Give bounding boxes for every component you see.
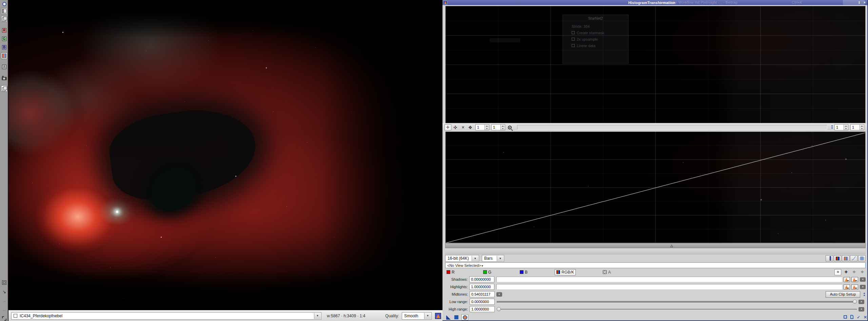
graph-style-combobox[interactable]: Bars — [482, 255, 504, 262]
spin-up-icon[interactable]: ▲ — [860, 125, 864, 127]
chevron-down-icon[interactable] — [472, 256, 478, 261]
track-view-icon[interactable] — [844, 315, 847, 320]
alpha-channel-icon[interactable]: A — [1, 64, 7, 70]
rgb-channel-icon[interactable] — [1, 52, 7, 59]
outline-cross-mode-icon[interactable] — [851, 269, 857, 275]
highlights-clip-percent-icon[interactable] — [851, 284, 858, 290]
target-view-combobox[interactable]: <No View Selected> — [445, 262, 866, 268]
curve-display-icon[interactable] — [850, 255, 857, 261]
magnifier-icon[interactable] — [506, 124, 513, 130]
double-chevron-up-icon[interactable]: ▲▲ — [863, 292, 866, 296]
spin-down-icon[interactable]: ▼ — [501, 127, 505, 130]
right-vertical-zoom-input[interactable] — [851, 125, 860, 130]
quality-combobox[interactable]: Smooth — [402, 312, 432, 320]
high-range-input[interactable] — [470, 306, 495, 312]
rgb-histogram-icon[interactable] — [834, 255, 841, 261]
show-output-histogram-icon[interactable] — [826, 255, 833, 261]
input-histogram-plot[interactable]: StarNet2 Stride: 384 Create starmask 2x … — [445, 6, 866, 123]
windows-stack-icon[interactable] — [1, 85, 7, 92]
shrink-arrows-icon[interactable] — [459, 124, 466, 130]
resolution-combobox[interactable]: 16-bit (64K) — [445, 255, 479, 262]
view-selector-combobox[interactable]: IC434_Pferdekopfnebel — [11, 312, 321, 320]
spin-up-icon[interactable]: ▲ — [844, 125, 848, 127]
highlights-clip-slider[interactable] — [496, 284, 842, 290]
shadows-input[interactable] — [469, 276, 494, 282]
outline-cross-alt-mode-icon[interactable] — [859, 269, 866, 275]
execute-icon[interactable]: ✓ — [857, 315, 860, 320]
expand-arrows-icon[interactable] — [452, 124, 459, 130]
entire-image-mode-icon[interactable] — [834, 269, 841, 275]
new-instance-icon[interactable] — [445, 315, 451, 320]
high-range-slider[interactable] — [497, 306, 857, 312]
highlights-reset-icon[interactable]: × — [860, 285, 866, 289]
double-chevron-down-icon[interactable]: ▼▼ — [831, 125, 833, 129]
shadows-reset-icon[interactable]: × — [860, 277, 866, 282]
spin-up-icon[interactable]: ▲ — [501, 125, 505, 127]
screenshot-camera-icon[interactable] — [1, 75, 7, 82]
midtones-slider-handle[interactable]: △ — [670, 244, 673, 248]
high-range-reset-icon[interactable]: × — [859, 307, 864, 312]
histogram-thumbnail-icon[interactable] — [435, 313, 441, 319]
forward-arrow-icon[interactable]: → — [1, 298, 7, 304]
spin-down-icon[interactable]: ▼ — [860, 127, 864, 130]
diagonal-arrow-icon[interactable]: ↘ — [1, 288, 7, 295]
right-horizontal-zoom-input[interactable] — [835, 125, 844, 130]
low-range-slider[interactable] — [497, 299, 857, 305]
shadows-clip-slider[interactable] — [496, 277, 842, 282]
reset-icon[interactable]: ✕ — [864, 315, 867, 320]
blue-channel-icon[interactable]: B — [1, 44, 7, 50]
channel-a-button[interactable]: A — [601, 269, 612, 275]
transfer-function-plot[interactable] — [445, 131, 866, 243]
spin-down-icon[interactable]: ▼ — [485, 127, 489, 130]
green-channel-icon[interactable]: G — [1, 36, 7, 42]
chevron-down-icon[interactable] — [314, 313, 321, 319]
high-range-handle[interactable] — [497, 307, 501, 311]
zoom-box-icon[interactable] — [1, 279, 7, 286]
low-range-handle[interactable] — [853, 300, 857, 304]
channel-r-button[interactable]: R — [445, 269, 456, 275]
shadows-clip-count-icon[interactable] — [844, 277, 850, 282]
spin-up-icon[interactable]: ▲ — [485, 125, 489, 127]
highlights-input[interactable] — [469, 284, 494, 290]
back-arrow-icon[interactable]: ← — [1, 307, 7, 313]
auto-clip-setup-button[interactable]: Auto Clip Setup — [826, 291, 860, 298]
chevron-down-icon[interactable] — [497, 256, 504, 261]
compass-icon[interactable] — [1, 1, 7, 7]
vertical-zoom-spinner[interactable]: ▲▼ — [491, 124, 505, 130]
channel-g-button[interactable]: G — [482, 269, 493, 275]
move-diamond-icon[interactable] — [467, 124, 474, 130]
apply-icon[interactable] — [453, 315, 459, 320]
image-canvas[interactable] — [8, 0, 442, 310]
right-vertical-zoom-spinner[interactable]: ▲▼ — [850, 124, 864, 130]
duplicate-window-icon[interactable] — [1, 16, 7, 22]
grid-toggle-icon[interactable] — [858, 255, 866, 261]
pan-mode-icon[interactable] — [445, 124, 451, 130]
right-horizontal-zoom-spinner[interactable]: ▲▼ — [834, 124, 848, 130]
channel-b-button[interactable]: B — [518, 269, 529, 275]
mask-icon[interactable] — [1, 8, 7, 14]
chevron-down-icon[interactable] — [424, 313, 431, 319]
channel-rgbk-button[interactable]: RGB/K — [555, 269, 576, 275]
horizontal-zoom-input[interactable] — [476, 125, 485, 130]
process-buttons-row: ✓ ✕ — [445, 314, 867, 321]
fullscreen-icon[interactable] — [1, 315, 7, 321]
spin-down-icon[interactable]: ▼ — [844, 127, 848, 130]
midtones-input[interactable] — [470, 291, 495, 297]
shadows-clip-percent-icon[interactable] — [851, 277, 858, 282]
midtones-reset-icon[interactable]: × — [496, 292, 502, 297]
red-channel-icon[interactable]: R — [1, 27, 7, 34]
low-range-reset-icon[interactable]: × — [859, 300, 864, 304]
scroll-groove[interactable] — [517, 125, 827, 130]
dialog-titlebar[interactable]: HistogramTransformation I × Astrobilder … — [442, 0, 867, 5]
highlights-clip-count-icon[interactable] — [844, 284, 850, 290]
midtones-slider-track[interactable]: △ — [445, 243, 866, 248]
low-range-input[interactable] — [470, 299, 495, 305]
overlay-histogram-icon[interactable] — [842, 255, 849, 261]
filled-cross-mode-icon[interactable] — [843, 269, 849, 275]
documentation-icon[interactable] — [850, 315, 853, 320]
low-range-label: Low range: — [445, 300, 470, 304]
chevron-down-icon[interactable] — [481, 263, 487, 268]
horizontal-zoom-spinner[interactable]: ▲▼ — [475, 124, 489, 130]
vertical-zoom-input[interactable] — [492, 125, 500, 130]
realtime-preview-icon[interactable] — [461, 314, 468, 320]
